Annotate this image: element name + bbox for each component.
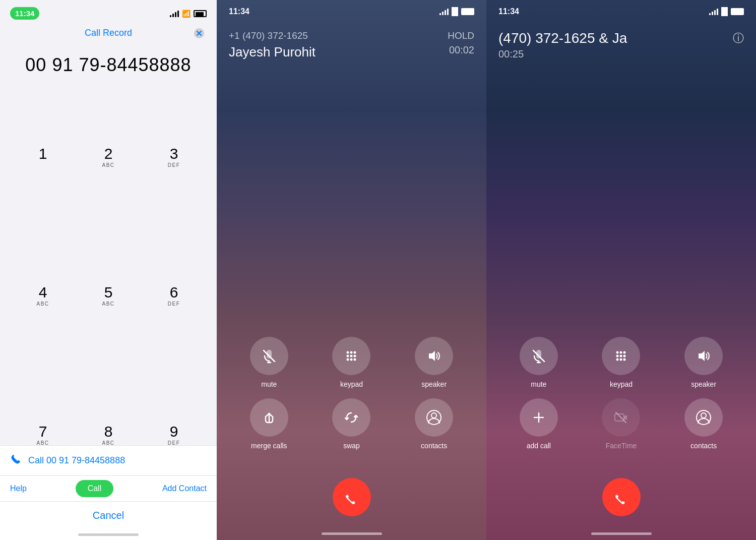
svg-point-23 [623,351,626,354]
keypad-circle-phone3 [602,337,640,375]
svg-point-11 [350,355,353,357]
dialpad-key-6[interactable]: 6 DEF [141,227,207,366]
dialpad-key-5[interactable]: 5 ABC [76,227,141,366]
dialpad-key-1[interactable]: 1 [10,88,76,227]
phone2-number-hold-row: +1 (470) 372-1625 HOLD [229,30,474,41]
facetime-icon-phone3 [613,409,629,426]
dialpad-key-4[interactable]: 4 ABC [10,227,76,366]
end-call-button-phone2[interactable] [333,478,371,516]
speaker-button-phone3[interactable]: speaker [667,337,740,388]
svg-point-9 [354,351,356,354]
phone3-conference-title: (470) 372-1625 & Ja [498,30,731,46]
battery-icon-phone1 [194,10,207,17]
facetime-button-phone3[interactable]: FaceTime [585,398,658,450]
contacts-label-phone2: contacts [421,442,447,450]
dialer-number-display: 00 91 79-84458888 [0,46,217,88]
svg-point-27 [616,358,619,361]
mute-button-phone3[interactable]: mute [502,337,575,388]
speaker-label-phone3: speaker [691,380,716,388]
home-indicator-phone2 [322,532,382,535]
phone3-conference-call: 11:34 ∿ (470) 372-1625 & Ja ⓘ 00:25 [486,0,756,540]
phone3-number-row: (470) 372-1625 & Ja ⓘ [498,30,744,46]
phone2-number: +1 (470) 372-1625 [229,30,308,41]
battery-icon-phone2 [461,8,474,15]
add-call-button[interactable]: add call [502,398,575,450]
dialpad-letters-5: ABC [102,301,114,307]
svg-point-24 [616,355,619,357]
speaker-button-phone2[interactable]: speaker [398,337,470,388]
mute-label-phone2: mute [261,380,277,388]
mute-icon-phone3 [531,348,547,364]
svg-marker-30 [699,351,705,361]
wifi-icon-phone2: ∿ [452,7,458,16]
svg-point-7 [347,351,349,354]
contacts-button-phone3[interactable]: contacts [667,398,740,450]
status-time-phone2: 11:34 [229,7,249,16]
keypad-button-phone3[interactable]: keypad [585,337,658,388]
mute-button-phone2[interactable]: mute [233,337,305,388]
add-contact-link[interactable]: Add Contact [162,484,207,493]
mute-circle-phone2 [250,337,288,375]
phone2-call-header: +1 (470) 372-1625 HOLD Jayesh Purohit 00… [217,20,486,65]
svg-point-22 [620,351,622,354]
info-icon-phone3[interactable]: ⓘ [733,31,744,46]
svg-marker-16 [429,351,435,361]
phone1-bottom-sheet: Call 00 91 79-84458888 Help Call Add Con… [0,445,217,540]
home-indicator-phone3 [591,532,652,535]
phone1-dialer: 11:34 📶 Call Record 00 91 79-8445888 [0,0,217,540]
phone-handset-icon [10,454,21,465]
home-indicator-phone1 [78,533,139,536]
bottom-actions-row: Help Call Add Contact [0,476,217,501]
swap-button[interactable]: swap [316,398,388,450]
phone1-status-bar: 11:34 📶 [0,0,217,24]
call-record-title: Call Record [85,28,132,38]
swap-circle-phone2 [332,398,370,437]
dialpad-grid: 1 2 ABC 3 DEF 4 ABC 5 ABC 6 DEF 7 ABC 8 [0,88,217,505]
phone3-status-bar: 11:34 ∿ [486,0,756,20]
contacts-circle-phone3 [684,398,723,437]
merge-calls-button[interactable]: merge calls [233,398,305,450]
dialpad-letters-6: DEF [168,301,180,307]
keypad-icon-phone2 [343,348,359,364]
phone1-header: Call Record [0,24,217,46]
svg-point-21 [616,351,619,354]
signal-icon-phone2 [439,8,449,15]
keypad-button-phone2[interactable]: keypad [316,337,388,388]
dialpad-key-2[interactable]: 2 ABC [76,88,141,227]
contacts-button-phone2[interactable]: contacts [398,398,470,450]
cancel-button[interactable]: Cancel [93,510,124,521]
dialpad-digit-3: 3 [170,146,178,161]
dialpad-digit-1: 1 [39,146,47,161]
dialpad-key-3[interactable]: 3 DEF [141,88,207,227]
contacts-icon-phone2 [426,409,442,426]
contacts-icon-phone3 [696,409,712,426]
svg-point-28 [620,358,622,361]
status-time-phone1: 11:34 [10,7,39,20]
phone3-call-header: (470) 372-1625 & Ja ⓘ 00:25 [486,20,756,65]
phone-icon [10,454,21,467]
wifi-icon-phone1: 📶 [182,10,191,18]
signal-icon-phone3 [709,8,718,15]
speaker-circle-phone3 [684,337,723,375]
contacts-circle-phone2 [415,398,453,437]
help-link[interactable]: Help [10,484,27,493]
svg-point-12 [354,355,356,357]
swap-icon-phone2 [343,409,359,426]
merge-circle-phone2 [250,398,288,437]
merge-icon-phone2 [261,409,277,426]
phone3-duration: 00:25 [498,48,744,60]
call-green-button[interactable]: Call [76,480,114,497]
end-call-button-phone3[interactable] [602,478,641,516]
dialpad-letters-3: DEF [168,162,180,168]
wifi-icon-phone3: ∿ [721,7,728,16]
dialpad-digit-4: 4 [39,285,47,300]
mute-circle-phone3 [520,337,558,375]
phone3-end-call-area [486,470,756,532]
merge-calls-label: merge calls [251,442,287,450]
end-call-icon-phone3 [612,488,631,506]
contacts-label-phone3: contacts [690,442,717,450]
close-button[interactable] [192,26,207,41]
call-suggestion-row[interactable]: Call 00 91 79-84458888 [0,446,217,476]
phone3-controls: mute keypad [486,325,756,462]
speaker-icon-phone2 [426,348,442,364]
